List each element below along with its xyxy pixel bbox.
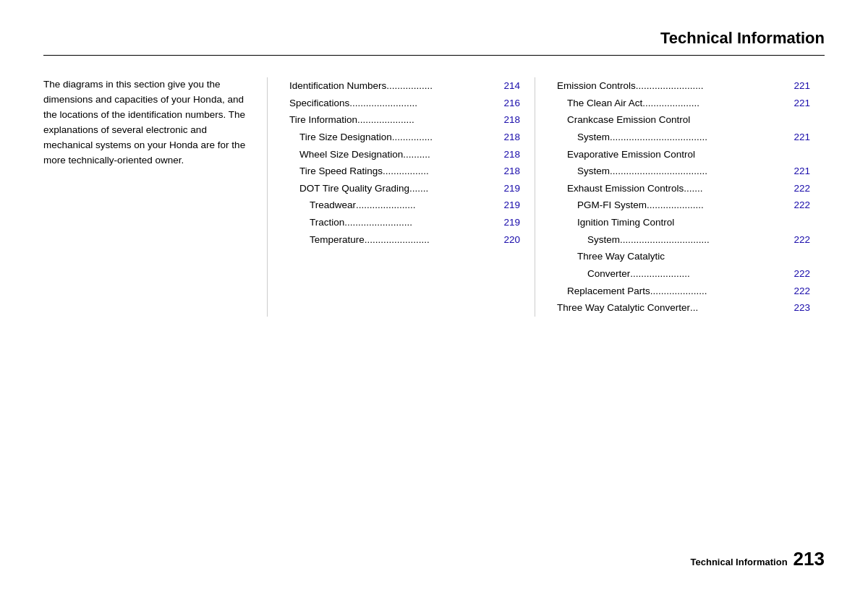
intro-text: The diagrams in this section give you th…: [43, 77, 252, 168]
toc-page[interactable]: 218: [501, 111, 520, 129]
toc-page[interactable]: 218: [501, 163, 520, 180]
toc-dots: .........................: [349, 95, 501, 112]
toc-label: Emission Controls: [557, 77, 636, 95]
toc-item: The Clean Air Act.....................22…: [557, 95, 810, 112]
toc-dots: .........................: [344, 214, 501, 231]
toc-dots: ........................: [365, 231, 502, 249]
toc-label: Replacement Parts: [557, 283, 650, 300]
toc-dots: .....................: [647, 197, 791, 214]
toc-label: Three Way Catalytic: [557, 248, 665, 265]
toc-dots: .................................: [620, 231, 791, 249]
toc-label: Traction: [289, 214, 344, 231]
toc-dots: .................: [383, 163, 501, 180]
toc-dots: .................: [386, 77, 501, 95]
toc-page[interactable]: 216: [501, 95, 520, 112]
toc-dots: ...............: [392, 129, 502, 146]
right-column: Emission Controls.......................…: [535, 77, 810, 317]
toc-item: Three Way Catalytic Converter...223: [557, 299, 810, 317]
toc-dots: ....................................: [610, 163, 791, 180]
toc-page[interactable]: 219: [501, 180, 520, 197]
toc-item: Tire Information.....................218: [289, 111, 520, 129]
toc-item: Converter......................222: [557, 265, 810, 283]
toc-page[interactable]: 222: [791, 265, 810, 283]
toc-page[interactable]: 221: [791, 163, 810, 180]
toc-label: Specifications: [289, 95, 349, 112]
toc-label: System: [557, 231, 620, 249]
toc-item: Replacement Parts.....................22…: [557, 283, 810, 300]
toc-label: Exhaust Emission Controls: [557, 180, 684, 197]
toc-dots: ..........: [403, 146, 501, 163]
toc-item: PGM-FI System.....................222: [557, 197, 810, 214]
toc-page[interactable]: 222: [791, 197, 810, 214]
toc-item: Exhaust Emission Controls.......222: [557, 180, 810, 197]
toc-item: Emission Controls.......................…: [557, 77, 810, 95]
toc-dots: .....................: [357, 111, 501, 129]
toc-item: Identification Numbers.................2…: [289, 77, 520, 95]
footer-page-number: 213: [793, 548, 825, 570]
toc-item: System..................................…: [557, 129, 810, 146]
toc-label: Treadwear: [289, 197, 356, 214]
toc-item: Wheel Size Designation..........218: [289, 146, 520, 163]
toc-item: Tire Size Designation...............218: [289, 129, 520, 146]
toc-label: Evaporative Emission Control: [557, 146, 695, 163]
toc-item: Temperature........................220: [289, 231, 520, 249]
toc-label: Tire Size Designation: [289, 129, 392, 146]
toc-item: System.................................2…: [557, 231, 810, 249]
toc-label: Crankcase Emission Control: [557, 111, 690, 129]
toc-item: Crankcase Emission Control: [557, 111, 810, 129]
toc-item: System..................................…: [557, 163, 810, 180]
page: Technical Information The diagrams in th…: [0, 0, 868, 592]
toc-dots: .....................: [650, 283, 792, 300]
toc-page[interactable]: 221: [791, 129, 810, 146]
left-column: The diagrams in this section give you th…: [43, 77, 268, 317]
toc-dots: .........................: [636, 77, 792, 95]
middle-column: Identification Numbers.................2…: [268, 77, 535, 317]
toc-page[interactable]: 221: [791, 77, 810, 95]
toc-page[interactable]: 219: [501, 197, 520, 214]
toc-page[interactable]: 218: [501, 129, 520, 146]
toc-page[interactable]: 221: [791, 95, 810, 112]
toc-label: Temperature: [289, 231, 365, 249]
page-footer: Technical Information 213: [691, 548, 825, 570]
toc-dots: ......................: [630, 265, 791, 283]
toc-item: Evaporative Emission Control: [557, 146, 810, 163]
toc-dots: .....................: [642, 95, 791, 112]
toc-label: PGM-FI System: [557, 197, 647, 214]
toc-page[interactable]: 223: [791, 299, 810, 317]
content-area: The diagrams in this section give you th…: [43, 77, 825, 317]
toc-label: System: [557, 129, 610, 146]
toc-page[interactable]: 219: [501, 214, 520, 231]
footer-label: Technical Information: [691, 557, 788, 567]
toc-page[interactable]: 220: [501, 231, 520, 249]
toc-item: Treadwear......................219: [289, 197, 520, 214]
toc-page[interactable]: 214: [501, 77, 520, 95]
toc-dots: ...: [690, 299, 791, 317]
toc-dots: ....................................: [610, 129, 791, 146]
toc-item: DOT Tire Quality Grading.......219: [289, 180, 520, 197]
toc-dots: ......................: [356, 197, 501, 214]
toc-label: System: [557, 163, 610, 180]
toc-label: The Clean Air Act: [557, 95, 642, 112]
toc-dots: .......: [684, 180, 791, 197]
toc-label: Wheel Size Designation: [289, 146, 403, 163]
toc-label: Three Way Catalytic Converter: [557, 299, 690, 317]
toc-label: Identification Numbers: [289, 77, 386, 95]
page-title: Technical Information: [660, 29, 825, 47]
toc-label: DOT Tire Quality Grading: [289, 180, 409, 197]
toc-label: Tire Speed Ratings: [289, 163, 383, 180]
toc-label: Ignition Timing Control: [557, 214, 674, 231]
toc-page[interactable]: 222: [791, 180, 810, 197]
toc-item: Three Way Catalytic: [557, 248, 810, 265]
toc-dots: .......: [409, 180, 501, 197]
toc-page[interactable]: 222: [791, 283, 810, 300]
page-header: Technical Information: [43, 0, 825, 56]
toc-label: Converter: [557, 265, 630, 283]
toc-page[interactable]: 218: [501, 146, 520, 163]
toc-item: Tire Speed Ratings.................218: [289, 163, 520, 180]
toc-item: Ignition Timing Control: [557, 214, 810, 231]
toc-label: Tire Information: [289, 111, 357, 129]
toc-item: Specifications.........................2…: [289, 95, 520, 112]
toc-page[interactable]: 222: [791, 231, 810, 249]
toc-item: Traction.........................219: [289, 214, 520, 231]
